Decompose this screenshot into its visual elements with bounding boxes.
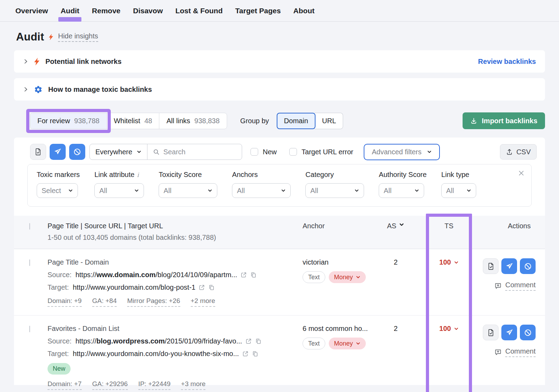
banner-title: Potential link networks [45,58,122,66]
toxic-marker[interactable]: Domain: +9 [48,297,82,307]
anchor-money-badge[interactable]: Money [329,271,366,283]
comment-link[interactable]: Comment [494,347,536,357]
move-to-disavow-button[interactable] [69,144,85,160]
row-checkbox[interactable] [29,326,30,332]
search-combo: Everywhere [89,144,242,160]
chevron-down-icon [137,149,141,154]
search-scope-dropdown[interactable]: Everywhere [90,144,147,160]
filter-link-attribute: Link attributei All [94,171,144,198]
comment-icon [494,348,502,356]
toxic-marker[interactable]: Domain: +7 [48,380,82,390]
chevron-down-icon [454,260,459,265]
tab-count: 48 [144,117,152,125]
tab-for-review[interactable]: For review 938,788 [30,113,107,129]
anchor-text: 6 most common ho... [303,325,377,333]
hide-insights-link[interactable]: Hide insights [58,32,98,42]
backlink-row: Page Title - Domain Source: https://www.… [14,249,545,315]
backlinks-panel: Everywhere New Target URL error Advanced… [14,138,545,385]
nav-lost-and-found[interactable]: Lost & Found [175,7,223,15]
column-header-as[interactable]: AS [377,222,414,242]
copy-icon[interactable] [252,350,259,357]
new-filter: New [251,148,277,156]
chevron-right-icon[interactable] [23,59,28,64]
comment-icon [494,282,502,290]
copy-icon[interactable] [208,284,215,291]
filter-category: Category All [305,171,364,198]
chevron-down-icon [454,326,459,331]
chevron-down-icon [356,341,361,346]
tab-label: For review [37,117,70,125]
export-csv-button[interactable]: CSV [500,144,537,160]
select-all-checkbox[interactable] [29,223,30,230]
target-url-error-label: Target URL error [302,148,353,156]
chevron-down-icon [466,188,471,193]
external-link-icon[interactable] [245,338,252,345]
nav-overview[interactable]: Overview [15,7,48,15]
column-header-anchor: Anchor [293,222,377,242]
external-link-icon[interactable] [242,350,249,357]
move-to-remove-button[interactable] [50,144,66,160]
row-remove-button[interactable] [501,325,517,340]
toxic-marker[interactable]: IP: +22449 [138,380,170,390]
banner-title: How to manage toxic backlinks [48,86,152,94]
filters-panel: Toxic markers Select Link attributei All… [27,164,532,207]
row-disavow-button[interactable] [520,258,536,274]
toxic-markers-select[interactable]: Select [37,183,78,198]
nav-about[interactable]: About [293,7,315,15]
advanced-filters-button[interactable]: Advanced filters [364,144,440,160]
link-type-select[interactable]: All [441,183,476,198]
toxic-marker[interactable]: GA: +29296 [92,380,128,390]
group-by-label: Group by [240,117,269,125]
tab-all-links[interactable]: All links 938,838 [159,113,226,129]
search-input[interactable] [164,148,237,156]
anchors-select[interactable]: All [232,183,291,198]
group-by-domain-option[interactable]: Domain [277,113,315,129]
move-to-whitelist-button[interactable] [30,144,46,160]
new-checkbox[interactable] [251,148,258,156]
tab-whitelist[interactable]: Whitelist 48 [107,113,159,129]
group-by-url-option[interactable]: URL [314,113,343,129]
nav-target-pages[interactable]: Target Pages [235,7,281,15]
nav-remove[interactable]: Remove [92,7,121,15]
block-icon [73,148,81,156]
external-link-icon[interactable] [240,272,247,278]
backlink-row: Favorites - Domain List Source: https://… [14,315,545,392]
list-tabs: For review 938,788 Whitelist 48 All link… [30,113,227,129]
copy-icon[interactable] [250,272,257,278]
row-disavow-button[interactable] [520,325,536,340]
category-select[interactable]: All [305,183,364,198]
toxicity-score-select[interactable]: All [159,183,217,198]
gear-icon [34,85,43,94]
nav-audit[interactable]: Audit [60,7,79,15]
row-whitelist-button[interactable] [483,325,499,340]
toxicity-score-value[interactable]: 100 [439,258,458,266]
chevron-down-icon [134,188,139,193]
toxic-marker-more[interactable]: +3 more [181,380,205,390]
column-header-actions: Actions [484,222,545,242]
chevron-down-icon [356,275,361,280]
toxic-marker-more[interactable]: +2 more [191,297,215,307]
link-attribute-select[interactable]: All [94,183,144,198]
table-header: Page Title | Source URL | Target URL 1-5… [14,216,545,249]
anchor-money-badge[interactable]: Money [329,338,366,349]
review-backlinks-link[interactable]: Review backlinks [478,58,536,66]
row-remove-button[interactable] [501,258,517,274]
chevron-right-icon[interactable] [23,87,28,92]
target-url: http://www.yourdomain.com/blog-post-1 [73,283,195,291]
copy-icon[interactable] [255,338,262,345]
toxicity-score-value[interactable]: 100 [439,325,458,333]
advanced-filters-label: Advanced filters [372,148,421,156]
close-filters-icon[interactable] [518,170,524,176]
comment-link[interactable]: Comment [494,281,536,291]
authority-score-select[interactable]: All [379,183,424,198]
toxic-marker[interactable]: GA: +84 [92,297,117,307]
authority-score-value: 2 [394,325,398,333]
toxic-marker[interactable]: Mirror Pages: +26 [127,297,180,307]
import-backlinks-button[interactable]: Import backlinks [463,112,545,129]
row-whitelist-button[interactable] [483,258,499,274]
target-url-error-checkbox[interactable] [289,148,297,156]
nav-disavow[interactable]: Disavow [133,7,163,15]
row-checkbox[interactable] [29,259,30,266]
external-link-icon[interactable] [198,284,205,291]
source-url: https://www.domain.com/blog/2014/10/09/a… [75,271,237,279]
